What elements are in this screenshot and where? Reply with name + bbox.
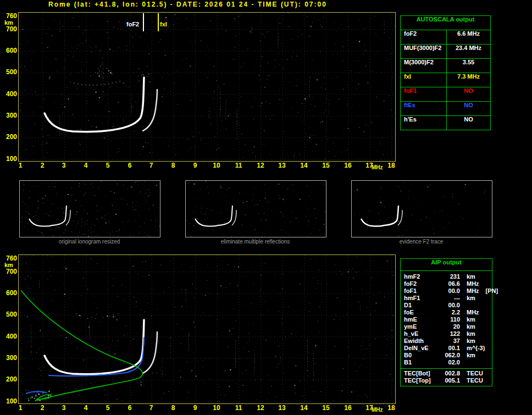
table-row: foF26.6 MHz [401, 30, 490, 44]
param-unit: MHz [467, 280, 479, 287]
x-axis-unit: MHz [372, 164, 383, 170]
table-row: M(3000)F23.55 [401, 58, 490, 73]
table-row: foF206.6MHz [401, 280, 492, 287]
param-label: foE [404, 309, 436, 316]
thumbnail-eliminate-reflections [185, 180, 326, 237]
x-axis-tick: 1 [13, 404, 27, 412]
param-value: 005.1 [436, 377, 460, 384]
thumbnail-caption-1: original ionogram resized [19, 239, 160, 245]
param-label: DelN_vE [404, 345, 436, 351]
autoscala-output-table: AUTOSCALA output foF26.6 MHzMUF(3000)F22… [400, 15, 491, 130]
thumbnail-canvas-2 [186, 181, 326, 237]
page-title: Rome (lat: +41.8, lon: 012.5) - DATE: 20… [48, 1, 327, 8]
aip-tec-rows: TEC[Bot]002.8TECUTEC[Top]005.1TECU [401, 368, 492, 384]
table-row: hmF1---km [401, 295, 492, 302]
param-label: B1 [404, 359, 436, 366]
aip-table-header: AIP output [401, 259, 492, 271]
param-value: 3.55 [447, 59, 490, 73]
param-label: fxI [401, 73, 447, 87]
param-label: D1 [404, 302, 436, 308]
param-value: 20 [436, 323, 460, 330]
x-axis-tick: 18 [384, 404, 398, 412]
table-row: Ewidth37km [401, 337, 492, 345]
param-value: 110 [436, 316, 460, 323]
x-axis-tick: 5 [101, 162, 115, 169]
thumb-trace [361, 206, 398, 226]
x-axis-tick: 12 [253, 404, 268, 412]
noise-speckle [19, 255, 394, 403]
x-axis-tick: 9 [188, 404, 202, 412]
x-axis-tick: 8 [166, 162, 180, 169]
y-axis-tick: 600 [2, 47, 17, 54]
thumbnail-evidence-f2-trace [351, 180, 492, 237]
ionogram-plot-bottom [18, 254, 396, 404]
param-label: TEC[Top] [404, 377, 436, 384]
x-axis-tick: 6 [123, 162, 137, 169]
table-row: foF1NO [401, 87, 490, 101]
grid-lines [19, 13, 395, 161]
y-axis-tick: 200 [2, 375, 17, 383]
thumb-trace-x [66, 210, 70, 225]
param-value: 231 [436, 273, 460, 280]
param-value: NO [447, 102, 490, 115]
thumb-trace [29, 206, 66, 226]
table-row: ftEsNO [401, 101, 490, 115]
y-axis-tick: 500 [2, 311, 17, 318]
x-axis-tick: 16 [341, 162, 355, 169]
x-axis-tick: 2 [35, 404, 49, 412]
table-row: ymE20km [401, 323, 492, 330]
table-row: TEC[Bot]002.8TECU [401, 370, 492, 377]
x-axis-tick: 8 [166, 404, 180, 412]
param-value: 23.4 MHz [447, 45, 490, 58]
param-value: 002.8 [436, 370, 460, 377]
fxI-annotation-label: fxI [160, 21, 167, 27]
x-axis-tick: 11 [231, 404, 246, 412]
param-label: Ewidth [404, 337, 436, 344]
param-value: 2.2 [436, 309, 460, 316]
x-axis-tick: 15 [319, 162, 333, 169]
param-value: 00.0 [436, 302, 460, 308]
param-label: hmF1 [404, 295, 436, 301]
y-axis-tick: 400 [2, 333, 17, 340]
x-axis-tick: 7 [144, 162, 158, 169]
param-label: foF1 [401, 87, 447, 101]
x-axis-tick: 15 [319, 404, 333, 412]
param-value: 062.0 [436, 352, 460, 358]
y-axis-tick: 400 [2, 90, 17, 98]
x-axis-tick: 13 [275, 162, 289, 169]
x-axis-tick: 11 [231, 162, 246, 169]
table-row: fxI7.3 MHz [401, 73, 490, 87]
param-unit: km [467, 352, 475, 358]
param-value: NO [447, 87, 490, 101]
y-axis-tick: 760 [2, 12, 17, 20]
y-axis-unit: km [4, 262, 13, 268]
param-unit: TECU [467, 377, 483, 384]
table-row: TEC[Top]005.1TECU [401, 377, 492, 384]
table-row: D100.0 [401, 302, 492, 309]
density-profile-green [21, 290, 142, 401]
x-axis-tick: 10 [209, 404, 224, 412]
aip-table-rows: hmF2231kmfoF206.6MHzfoF100.0MHz[PN]hmF1-… [401, 273, 492, 366]
y-axis-tick: 760 [2, 254, 17, 262]
thumbnail-canvas-3 [352, 181, 492, 237]
ionogram-plot-top [18, 12, 396, 162]
param-value: 02.0 [436, 359, 460, 366]
param-unit: MHz [467, 287, 479, 294]
thumbnail-caption-3: evidence F2 trace [351, 239, 492, 245]
param-label: hmE [404, 316, 436, 323]
param-unit: km [467, 323, 475, 330]
y-axis-unit: km [4, 19, 13, 26]
param-unit: m^(-3) [467, 345, 485, 351]
param-unit: km [467, 316, 475, 323]
x-axis-tick: 14 [297, 162, 311, 169]
x-axis-tick: 4 [79, 162, 93, 169]
x-axis-tick: 1 [13, 162, 27, 169]
noise-speckle [19, 13, 395, 161]
ionogram-o-trace [45, 320, 144, 374]
param-unit: TECU [467, 370, 483, 377]
aip-output-table: AIP output hmF2231kmfoF206.6MHzfoF100.0M… [400, 258, 492, 386]
x-axis-tick: 12 [253, 162, 268, 169]
y-axis-tick: 200 [2, 133, 17, 141]
thumbnail-caption-2: eliminate multiple reflections [185, 239, 326, 245]
table-row: B0062.0km [401, 352, 492, 359]
